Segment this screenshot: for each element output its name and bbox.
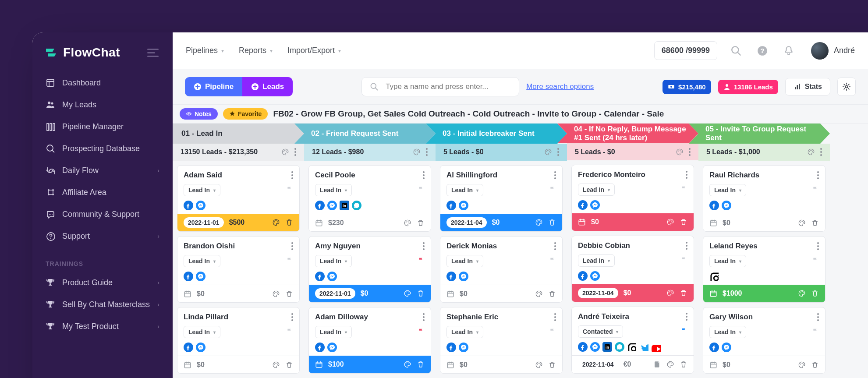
facebook-icon[interactable] — [315, 272, 325, 281]
trash-icon[interactable] — [548, 290, 556, 298]
lead-card[interactable]: Stephanie EricLead In▾$0 — [440, 307, 563, 374]
flag-icon[interactable] — [418, 186, 425, 194]
palette-icon[interactable] — [404, 360, 411, 368]
flag-icon[interactable] — [812, 328, 819, 336]
messenger-icon[interactable] — [590, 342, 600, 352]
trash-icon[interactable] — [417, 290, 425, 297]
help-button[interactable] — [755, 43, 770, 58]
facebook-icon[interactable] — [446, 201, 456, 210]
messenger-icon[interactable] — [459, 272, 468, 281]
notifications-button[interactable] — [781, 43, 796, 58]
flag-icon[interactable] — [286, 257, 293, 265]
palette-icon[interactable] — [272, 219, 280, 226]
messenger-icon[interactable] — [722, 343, 731, 352]
flag-icon[interactable] — [418, 257, 425, 265]
card-menu[interactable] — [554, 313, 556, 321]
flag-icon[interactable] — [680, 327, 687, 336]
palette-icon[interactable] — [535, 290, 543, 298]
palette-icon[interactable] — [281, 148, 289, 156]
lead-card[interactable]: André TeixeiraContacted▾2022-11-04€0 — [571, 307, 694, 374]
stage-select[interactable]: Lead In▾ — [578, 254, 615, 267]
facebook-icon[interactable] — [709, 343, 719, 352]
nav-reports[interactable]: Reports▾ — [239, 46, 273, 55]
stage-select[interactable]: Lead In▾ — [446, 326, 483, 338]
calendar-icon[interactable] — [709, 290, 717, 297]
calendar-icon[interactable] — [315, 360, 323, 368]
card-menu[interactable] — [423, 313, 425, 321]
card-menu[interactable] — [686, 313, 687, 321]
palette-icon[interactable] — [807, 148, 815, 156]
calendar-icon[interactable] — [446, 361, 454, 369]
stage-select[interactable]: Lead In▾ — [184, 255, 220, 267]
calendar-icon[interactable] — [709, 361, 717, 369]
calendar-icon[interactable] — [184, 361, 191, 369]
column-menu[interactable] — [820, 148, 822, 156]
messenger-icon[interactable] — [327, 201, 337, 210]
trash-icon[interactable] — [417, 219, 425, 227]
facebook-icon[interactable] — [709, 201, 719, 210]
facebook-icon[interactable] — [446, 343, 456, 352]
lead-card[interactable]: Linda PillardLead In▾$0 — [177, 307, 300, 374]
trash-icon[interactable] — [417, 360, 425, 368]
sidebar-item-my-leads[interactable]: My Leads — [38, 94, 167, 116]
stage-select[interactable]: Lead In▾ — [315, 184, 352, 196]
flag-icon[interactable] — [549, 257, 556, 265]
card-menu[interactable] — [686, 242, 687, 250]
sidebar-collapse-toggle[interactable] — [145, 47, 160, 59]
column-header[interactable]: 04 - If No Reply, Bump Message #1 Sent (… — [557, 124, 698, 143]
facebook-icon[interactable] — [578, 271, 588, 281]
card-menu[interactable] — [423, 171, 425, 179]
palette-icon[interactable] — [272, 361, 280, 369]
column-header[interactable]: 02 - Friend Request Sent — [294, 124, 436, 144]
calendar-icon[interactable] — [315, 219, 323, 227]
lead-card[interactable]: Derick MoniasLead In▾$0 — [440, 236, 563, 303]
trash-icon[interactable] — [811, 361, 819, 369]
card-menu[interactable] — [817, 313, 819, 321]
messenger-icon[interactable] — [196, 272, 205, 281]
flag-icon[interactable] — [549, 186, 556, 194]
palette-icon[interactable] — [676, 148, 684, 156]
lead-card[interactable]: Adam SaidLead In▾2022-11-01$500 — [177, 165, 300, 232]
linkedin-icon[interactable] — [340, 201, 349, 210]
favorite-chip[interactable]: Favorite — [223, 108, 268, 120]
column-header[interactable]: 03 - Initial Icebreaker Sent — [426, 124, 567, 144]
stage-select[interactable]: Lead In▾ — [709, 326, 746, 338]
palette-icon[interactable] — [666, 360, 674, 368]
messenger-icon[interactable] — [196, 201, 205, 210]
messenger-icon[interactable] — [590, 200, 600, 210]
stage-select[interactable]: Lead In▾ — [446, 255, 483, 267]
flag-icon[interactable] — [418, 328, 425, 336]
trash-icon[interactable] — [811, 219, 819, 227]
stage-select[interactable]: Lead In▾ — [315, 326, 352, 338]
palette-icon[interactable] — [798, 219, 806, 227]
facebook-icon[interactable] — [578, 342, 588, 352]
lead-card[interactable]: Al ShillingfordLead In▾2022-11-04$0 — [440, 165, 563, 232]
stage-select[interactable]: Lead In▾ — [184, 326, 220, 338]
card-menu[interactable] — [423, 242, 425, 250]
trash-icon[interactable] — [548, 219, 556, 226]
user-menu[interactable]: André — [811, 42, 855, 60]
sidebar-item-affiliate-area[interactable]: Affiliate Area — [38, 181, 167, 203]
stage-select[interactable]: Lead In▾ — [184, 184, 220, 196]
calendar-icon[interactable] — [446, 290, 454, 298]
chat-icon[interactable] — [352, 201, 361, 210]
trash-icon[interactable] — [680, 218, 687, 226]
facebook-icon[interactable] — [315, 343, 325, 352]
palette-icon[interactable] — [404, 219, 411, 227]
flag-icon[interactable] — [680, 256, 687, 265]
messenger-icon[interactable] — [590, 271, 600, 281]
messenger-icon[interactable] — [327, 272, 337, 281]
card-menu[interactable] — [554, 242, 556, 250]
sidebar-item-support[interactable]: Support› — [38, 225, 167, 247]
facebook-icon[interactable] — [184, 272, 193, 281]
trash-icon[interactable] — [285, 361, 293, 369]
stage-select[interactable]: Lead In▾ — [709, 255, 746, 267]
column-menu[interactable] — [294, 148, 296, 156]
search-input[interactable] — [385, 82, 511, 92]
more-search-options-link[interactable]: More search options — [526, 82, 594, 91]
facebook-icon[interactable] — [184, 201, 193, 210]
card-menu[interactable] — [817, 171, 819, 179]
sidebar-item-prospecting-database[interactable]: Prospecting Database — [38, 138, 167, 159]
card-menu[interactable] — [291, 242, 293, 250]
messenger-icon[interactable] — [327, 343, 337, 352]
